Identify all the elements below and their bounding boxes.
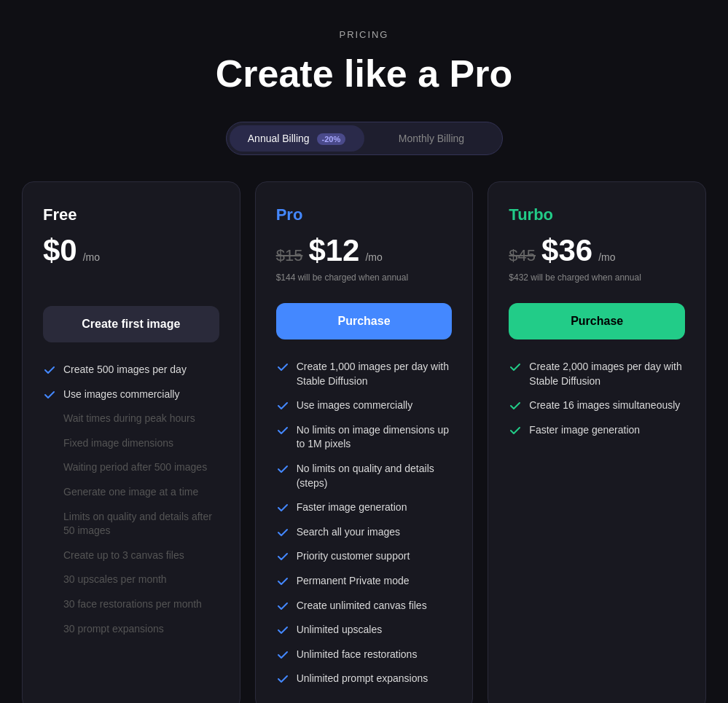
pro-price-period: /mo <box>365 251 382 263</box>
free-cta-button[interactable]: Create first image <box>43 306 219 342</box>
check-icon <box>43 364 56 377</box>
billing-toggle: Annual Billing -20% Monthly Billing <box>226 122 503 155</box>
pro-price-original: $15 <box>276 246 303 265</box>
monthly-billing-label: Monthly Billing <box>399 133 464 144</box>
list-item: Use images commercially <box>276 398 453 413</box>
pro-price-row: $15 $12 /mo <box>276 233 453 268</box>
free-price-note <box>43 272 219 286</box>
feature-text: Create 2,000 images per day with Stable … <box>529 360 685 388</box>
feature-text: Unlimited upscales <box>297 623 383 637</box>
list-item: 30 upscales per month <box>43 573 219 587</box>
list-item: Permanent Private mode <box>276 574 453 589</box>
page-title: Create like a Pro <box>216 52 513 95</box>
check-icon <box>276 463 289 476</box>
turbo-plan-card: Turbo $45 $36 /mo $432 will be charged w… <box>488 181 706 703</box>
list-item: Faster image generation <box>509 423 685 438</box>
list-item: Create 1,000 images per day with Stable … <box>276 360 453 388</box>
check-icon <box>43 549 56 562</box>
list-item: 30 face restorations per month <box>43 597 219 612</box>
feature-text: Generate one image at a time <box>63 485 198 500</box>
plans-container: Free $0 /mo Create first image Create 50… <box>15 181 713 703</box>
free-price-period: /mo <box>83 251 100 263</box>
monthly-billing-option[interactable]: Monthly Billing <box>364 125 499 152</box>
list-item: Unlimited upscales <box>276 623 453 637</box>
check-icon <box>276 424 289 437</box>
list-item: Fixed image dimensions <box>43 436 219 451</box>
check-icon <box>509 424 522 437</box>
list-item: Search all your images <box>276 525 453 540</box>
pro-price-note: $144 will be charged when annual <box>276 272 453 283</box>
check-icon <box>43 598 56 611</box>
pro-cta-button[interactable]: Purchase <box>276 303 453 339</box>
feature-text: Create 500 images per day <box>63 363 187 377</box>
list-item: Limits on quality and details after 50 i… <box>43 510 219 538</box>
feature-text: Faster image generation <box>529 423 640 438</box>
feature-text: Unlimited face restorations <box>297 648 418 662</box>
list-item: Faster image generation <box>276 500 453 515</box>
turbo-cta-button[interactable]: Purchase <box>509 303 685 339</box>
feature-text: 30 prompt expansions <box>63 622 164 637</box>
check-icon <box>43 388 56 401</box>
check-icon <box>43 412 56 425</box>
list-item: No limits on image dimensions up to 1M p… <box>276 423 453 452</box>
check-icon <box>276 399 289 412</box>
pro-plan-card: Pro $15 $12 /mo $144 will be charged whe… <box>255 181 474 703</box>
check-icon <box>276 575 289 588</box>
list-item: Create unlimited canvas files <box>276 599 453 613</box>
pro-feature-list: Create 1,000 images per day with Stable … <box>276 360 453 686</box>
pro-plan-name: Pro <box>276 205 453 224</box>
list-item: 30 prompt expansions <box>43 622 219 637</box>
check-icon <box>276 648 289 661</box>
list-item: Wait times during peak hours <box>43 412 219 426</box>
list-item: Generate one image at a time <box>43 485 219 500</box>
check-icon <box>276 624 289 637</box>
annual-billing-option[interactable]: Annual Billing -20% <box>230 125 364 152</box>
feature-text: Faster image generation <box>297 500 407 515</box>
turbo-feature-list: Create 2,000 images per day with Stable … <box>509 360 685 437</box>
check-icon <box>509 361 522 374</box>
feature-text: Use images commercially <box>297 398 412 413</box>
list-item: Priority customer support <box>276 549 453 564</box>
list-item: Create up to 3 canvas files <box>43 549 219 563</box>
check-icon <box>509 399 522 412</box>
pro-price-current: $12 <box>308 233 359 268</box>
free-plan-name: Free <box>43 205 219 224</box>
list-item: Create 16 images simultaneously <box>509 398 685 413</box>
turbo-price-period: /mo <box>598 251 615 263</box>
feature-text: 30 face restorations per month <box>63 597 202 612</box>
annual-billing-label: Annual Billing <box>248 133 310 144</box>
feature-text: Search all your images <box>297 525 400 540</box>
list-item: Create 500 images per day <box>43 363 219 377</box>
check-icon <box>276 672 289 686</box>
free-plan-card: Free $0 /mo Create first image Create 50… <box>22 181 240 703</box>
feature-text: Wait times during peak hours <box>63 412 195 426</box>
pricing-label: PRICING <box>340 29 389 40</box>
feature-text: Limits on quality and details after 50 i… <box>63 510 219 538</box>
list-item: Unlimited prompt expansions <box>276 672 453 686</box>
feature-text: No limits on quality and details (steps) <box>297 462 453 490</box>
feature-text: Create 16 images simultaneously <box>529 398 680 413</box>
check-icon <box>43 511 56 524</box>
list-item: No limits on quality and details (steps) <box>276 462 453 490</box>
free-feature-list: Create 500 images per day Use images com… <box>43 363 219 636</box>
feature-text: Priority customer support <box>297 549 410 564</box>
turbo-price-row: $45 $36 /mo <box>509 233 685 268</box>
feature-text: Use images commercially <box>63 388 179 402</box>
turbo-price-current: $36 <box>541 233 592 268</box>
list-item: Waiting period after 500 images <box>43 460 219 475</box>
check-icon <box>276 600 289 613</box>
feature-text: Fixed image dimensions <box>63 436 173 451</box>
list-item: Unlimited face restorations <box>276 648 453 662</box>
check-icon <box>43 486 56 499</box>
list-item: Create 2,000 images per day with Stable … <box>509 360 685 388</box>
annual-discount-badge: -20% <box>317 133 346 145</box>
free-price-row: $0 /mo <box>43 233 219 268</box>
feature-text: Create unlimited canvas files <box>297 599 427 613</box>
list-item: Use images commercially <box>43 388 219 402</box>
turbo-plan-name: Turbo <box>509 205 685 224</box>
check-icon <box>276 550 289 563</box>
check-icon <box>43 437 56 450</box>
feature-text: Unlimited prompt expansions <box>297 672 428 686</box>
check-icon <box>276 526 289 539</box>
feature-text: Waiting period after 500 images <box>63 460 207 475</box>
